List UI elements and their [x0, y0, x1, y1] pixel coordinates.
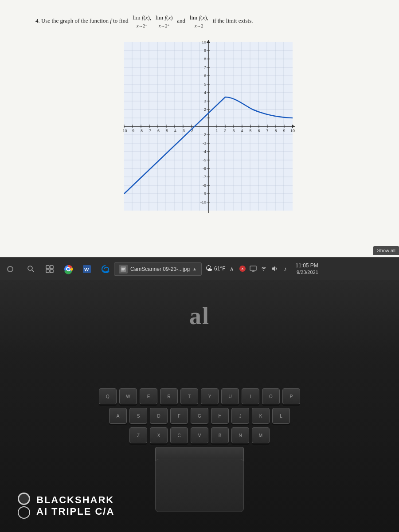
- tray-expand-button[interactable]: ∧: [228, 265, 236, 273]
- taskbar: Show all: [0, 257, 399, 280]
- notification-icon[interactable]: ×: [239, 265, 246, 273]
- music-icon[interactable]: ♪: [281, 265, 289, 273]
- key-m[interactable]: M: [252, 427, 270, 443]
- brand-name: BLACKSHARK AI TRIPLE C/A: [36, 494, 114, 517]
- key-x[interactable]: X: [150, 427, 168, 443]
- key-b[interactable]: B: [211, 427, 229, 443]
- key-q[interactable]: Q: [99, 388, 117, 404]
- key-w[interactable]: W: [119, 388, 137, 404]
- clock-date: 9/23/2021: [295, 269, 318, 275]
- display-icon[interactable]: [249, 265, 257, 273]
- key-y[interactable]: Y: [201, 388, 219, 404]
- touchpad[interactable]: [155, 459, 244, 512]
- svg-marker-41: [292, 125, 295, 128]
- brand-circle-outer: [18, 506, 30, 519]
- key-k[interactable]: K: [252, 408, 270, 424]
- key-o[interactable]: O: [262, 388, 280, 404]
- svg-rect-124: [50, 270, 53, 273]
- svg-text:-4: -4: [173, 129, 176, 133]
- clock-time: 11:05 PM: [295, 262, 318, 270]
- svg-text:-9: -9: [203, 192, 206, 196]
- key-a[interactable]: A: [109, 408, 127, 424]
- key-j[interactable]: J: [231, 408, 249, 424]
- chrome-button[interactable]: [60, 261, 77, 278]
- search-button[interactable]: [23, 261, 39, 278]
- taskbar-file-item[interactable]: CamScanner 09-23-...jpg ▲: [114, 262, 202, 276]
- svg-text:9: 9: [283, 129, 285, 133]
- key-h[interactable]: H: [211, 408, 229, 424]
- svg-text:3: 3: [232, 129, 235, 133]
- svg-rect-121: [46, 266, 49, 269]
- svg-text:5: 5: [249, 129, 251, 133]
- task-view-icon: [46, 265, 54, 273]
- chevron-up-icon: ▲: [192, 266, 197, 271]
- key-u[interactable]: U: [221, 388, 239, 404]
- svg-text:4: 4: [241, 129, 243, 133]
- wifi-icon[interactable]: [260, 265, 268, 273]
- svg-text:-4: -4: [203, 149, 206, 154]
- svg-point-128: [67, 268, 70, 270]
- weather-icon: 🌤: [205, 265, 212, 273]
- file-label: CamScanner 09-23-...jpg: [130, 266, 190, 272]
- document-area: 4. Use the graph of the function f to fi…: [0, 0, 399, 257]
- svg-text:7: 7: [266, 129, 268, 133]
- svg-text:9: 9: [204, 48, 206, 53]
- key-g[interactable]: G: [191, 408, 208, 424]
- show-all-button[interactable]: Show all: [373, 246, 399, 255]
- svg-text:-2: -2: [203, 133, 206, 137]
- search-icon: [27, 265, 35, 273]
- weather-widget[interactable]: 🌤 61°F: [205, 265, 225, 273]
- svg-text:-5: -5: [164, 129, 168, 133]
- key-i[interactable]: I: [242, 388, 259, 404]
- svg-marker-42: [207, 40, 210, 43]
- svg-text:6: 6: [204, 74, 206, 78]
- svg-text:4: 4: [204, 90, 206, 95]
- edge-button[interactable]: [97, 261, 114, 278]
- laptop-body: al Q W E R T Y U I O P A S D F G: [0, 280, 399, 532]
- key-r[interactable]: R: [160, 388, 178, 404]
- svg-text:-8: -8: [203, 183, 206, 188]
- key-c[interactable]: C: [170, 427, 188, 443]
- brand-circle-filled: [18, 493, 30, 505]
- svg-text:10: 10: [290, 129, 295, 133]
- brand-row-1: BLACKSHARK AI TRIPLE C/A: [18, 493, 114, 519]
- key-z[interactable]: Z: [129, 427, 147, 443]
- svg-text:3: 3: [204, 99, 206, 103]
- ai-screen-text: al: [189, 302, 210, 330]
- question-number: 4.: [35, 17, 40, 24]
- word-button[interactable]: W: [78, 261, 95, 278]
- svg-text:-6: -6: [203, 166, 206, 171]
- key-v[interactable]: V: [191, 427, 208, 443]
- volume-icon[interactable]: [270, 265, 278, 273]
- windows-icon: [7, 266, 13, 272]
- svg-text:8: 8: [204, 57, 206, 61]
- brand-sub-text: AI TRIPLE C/A: [36, 506, 114, 517]
- key-n[interactable]: N: [231, 427, 249, 443]
- laptop-branding: BLACKSHARK AI TRIPLE C/A: [18, 493, 114, 519]
- system-clock[interactable]: 11:05 PM 9/23/2021: [292, 262, 318, 276]
- key-d[interactable]: D: [150, 408, 168, 424]
- key-f[interactable]: F: [170, 408, 188, 424]
- svg-text:-7: -7: [148, 129, 151, 133]
- key-l[interactable]: L: [272, 408, 290, 424]
- file-icon: [119, 265, 128, 274]
- edge-icon: [101, 264, 110, 274]
- svg-rect-137: [250, 266, 256, 270]
- key-s[interactable]: S: [129, 408, 147, 424]
- svg-rect-122: [50, 266, 53, 269]
- key-p[interactable]: P: [282, 388, 300, 404]
- question-text: 4. Use the graph of the function f to fi…: [35, 13, 372, 30]
- graph-container: -10 -9 -8 -7 -6 -5 -4 -3 -2 1 2 3 4 5 6 …: [35, 38, 372, 224]
- svg-text:W: W: [84, 267, 89, 272]
- svg-marker-140: [272, 266, 275, 271]
- key-t[interactable]: T: [180, 388, 198, 404]
- svg-text:1: 1: [215, 129, 218, 133]
- task-view-button[interactable]: [41, 261, 58, 278]
- svg-text:2: 2: [224, 129, 226, 133]
- svg-line-120: [32, 270, 34, 272]
- key-e[interactable]: E: [140, 388, 157, 404]
- start-button[interactable]: [0, 258, 20, 281]
- svg-point-119: [28, 266, 32, 270]
- svg-text:-7: -7: [203, 175, 206, 179]
- svg-text:-10: -10: [121, 129, 127, 133]
